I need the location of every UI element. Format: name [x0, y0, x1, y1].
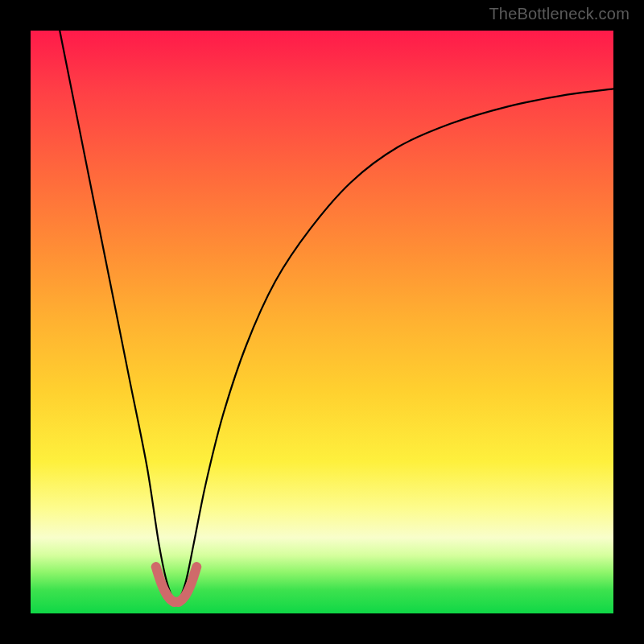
watermark-text: TheBottleneck.com	[489, 5, 630, 23]
highlight-trough	[156, 567, 197, 602]
chart-svg	[31, 31, 613, 613]
chart-frame: TheBottleneck.com	[0, 0, 644, 644]
bottleneck-curve	[60, 31, 613, 602]
